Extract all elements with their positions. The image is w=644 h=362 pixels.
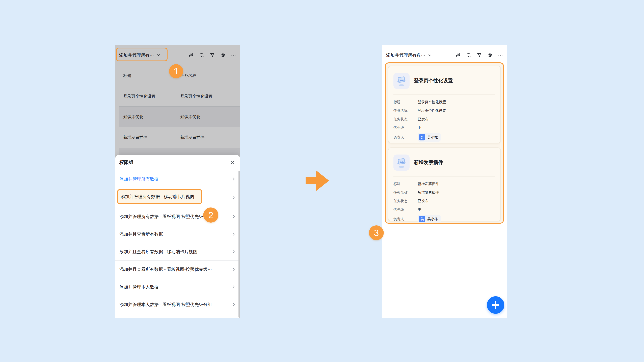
permission-group-label: 添加并管理所有数据 - 看板视图-按照优先级分组 — [120, 214, 212, 220]
permission-group-sheet: 权限组 添加并管理所有数据 添加并管理所有数据 - 移动端卡片视图 添加并管理所… — [115, 155, 240, 318]
chevron-right-icon — [231, 249, 236, 254]
right-phone-screenshot: 添加并管理所有数⋯ 登录页个性化设置 标题登录页个性化设置 任务名称登录页个性化… — [382, 45, 507, 318]
permission-group-label: 添加并管理本人数据 — [120, 284, 159, 290]
right-toolbar: 添加并管理所有数⋯ — [382, 45, 507, 65]
chevron-right-icon — [231, 214, 236, 219]
field-label: 标题 — [394, 182, 418, 186]
step-1-badge: 1 — [169, 64, 183, 78]
permission-group-label: 添加并且查看所有数据 — [120, 231, 163, 237]
record-card[interactable]: 登录页个性化设置 标题登录页个性化设置 任务名称登录页个性化设置 任务状态已发布… — [388, 66, 501, 143]
field-label: 任务名称 — [394, 108, 418, 113]
field-label: 优先级 — [394, 125, 418, 130]
field-value: 中 — [418, 125, 421, 130]
permission-group-label: 添加并管理所有数据 — [120, 176, 159, 182]
avatar: 英 — [419, 216, 425, 222]
avatar: 英 — [419, 134, 425, 140]
more-icon[interactable] — [498, 52, 503, 58]
permission-group-item[interactable]: 添加并管理所有数据 - 移动端卡片视图 — [115, 188, 240, 208]
owner-pill[interactable]: 英 英小雄 — [418, 215, 440, 223]
sheet-title: 权限组 — [120, 159, 134, 166]
chevron-right-icon — [231, 267, 236, 272]
permission-group-item[interactable]: 添加并管理本人数据 - 看板视图-按照优先级分组 — [115, 296, 240, 313]
print-record-icon[interactable] — [455, 52, 461, 58]
plus-icon — [491, 301, 500, 309]
left-phone-screenshot: 添加并管理所有⋯ 标题 任务名称 登录页个性化设置 登录页个性化设置 知识库优化… — [115, 45, 240, 318]
filter-icon[interactable] — [476, 52, 482, 58]
step2-highlight-box: 添加并管理所有数据 - 移动端卡片视图 — [117, 189, 202, 204]
record-thumbnail-icon — [394, 155, 410, 171]
step-number: 1 — [174, 66, 178, 76]
search-icon[interactable] — [466, 52, 472, 58]
owner-pill[interactable]: 英 英小雄 — [418, 133, 440, 142]
field-value: 新增发票插件 — [418, 182, 439, 186]
field-value: 新增发票插件 — [418, 190, 439, 195]
permission-group-item[interactable]: 添加并管理所有数据 — [115, 170, 240, 188]
field-value: 已发布 — [418, 117, 428, 121]
step-number: 3 — [374, 228, 379, 238]
field-value: 中 — [418, 207, 421, 212]
permission-group-item[interactable]: 添加并且查看所有数据 - 移动端卡片视图 — [115, 243, 240, 261]
step-2-badge: 2 — [203, 207, 218, 223]
record-thumbnail-icon — [394, 73, 410, 89]
step-number: 2 — [208, 210, 213, 220]
field-value: 登录页个性化设置 — [418, 100, 446, 104]
permission-group-label: 添加并管理本人数据 - 看板视图-按照优先级分组 — [120, 302, 212, 308]
chevron-right-icon — [231, 195, 236, 200]
view-selector-dropdown[interactable]: 添加并管理所有数⋯ — [386, 52, 432, 58]
eye-icon[interactable] — [487, 52, 493, 58]
step1-highlight-box — [116, 48, 168, 61]
chevron-right-icon — [231, 302, 236, 307]
permission-group-item[interactable]: 添加并且查看所有数据 — [115, 225, 240, 243]
permission-group-label: 添加并且查看所有数据 - 移动端卡片视图 — [120, 249, 198, 255]
field-label: 负责人 — [394, 217, 418, 221]
chevron-right-icon — [231, 285, 236, 289]
field-label: 负责人 — [394, 135, 418, 140]
permission-group-item[interactable]: 添加并且查看所有数据 - 看板视图-按照优先级⋯ — [115, 261, 240, 278]
chevron-right-icon — [231, 177, 236, 181]
close-icon[interactable] — [229, 159, 236, 166]
field-label: 优先级 — [394, 207, 418, 212]
permission-group-label: 添加并且查看所有数据 - 看板视图-按照优先级⋯ — [120, 267, 212, 272]
chevron-down-icon — [428, 53, 432, 57]
card-title: 新增发票插件 — [414, 159, 443, 166]
card-title: 登录页个性化设置 — [414, 77, 453, 84]
add-record-fab[interactable] — [487, 296, 504, 314]
permission-group-label: 添加并管理所有数据 - 移动端卡片视图 — [120, 194, 194, 200]
field-label: 任务状态 — [394, 199, 418, 203]
record-card[interactable]: 新增发票插件 标题新增发票插件 任务名称新增发票插件 任务状态已发布 优先级中 … — [388, 147, 501, 221]
permission-group-item[interactable]: 添加并管理所有数据 - 看板视图-按照优先级分组 — [115, 208, 240, 225]
field-value: 已发布 — [418, 199, 428, 203]
permission-group-item[interactable]: 添加并管理本人数据 — [115, 278, 240, 296]
owner-name: 英小雄 — [427, 217, 438, 221]
scrollbar[interactable] — [238, 171, 240, 318]
chevron-right-icon — [231, 232, 236, 237]
step3-highlight-region: 登录页个性化设置 标题登录页个性化设置 任务名称登录页个性化设置 任务状态已发布… — [385, 62, 504, 224]
field-label: 标题 — [394, 100, 418, 104]
field-label: 任务名称 — [394, 190, 418, 195]
owner-name: 英小雄 — [427, 135, 438, 140]
view-selector-label: 添加并管理所有数⋯ — [386, 52, 425, 58]
sheet-header: 权限组 — [115, 155, 240, 170]
field-label: 任务状态 — [394, 117, 418, 121]
field-value: 登录页个性化设置 — [418, 108, 446, 113]
step-3-badge: 3 — [369, 225, 384, 240]
flow-arrow-icon — [306, 170, 329, 191]
